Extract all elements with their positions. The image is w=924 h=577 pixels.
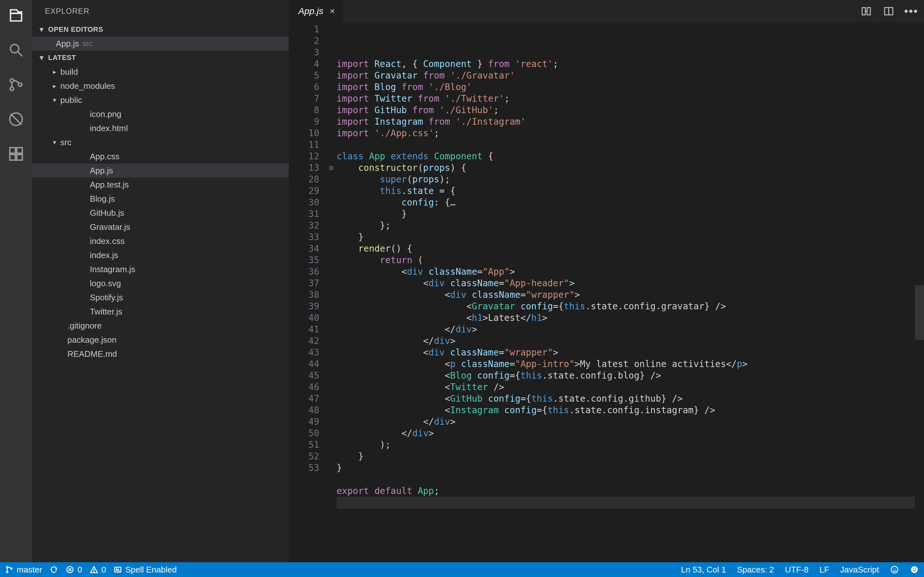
line-number: 52 [289,451,319,462]
chevron-down-icon: ▾ [39,25,45,34]
tree-item-label: README.md [67,349,117,359]
activity-bar [0,0,32,562]
indent-status[interactable]: Spaces: 2 [737,565,774,575]
sync-button[interactable] [50,566,58,574]
svg-line-1 [18,52,23,56]
line-number: 3 [289,47,319,58]
source-control-icon[interactable] [6,75,26,94]
folder-item[interactable]: ▾src [32,135,289,149]
line-number: 44 [289,358,319,370]
svg-rect-9 [17,155,22,160]
tree-item-label: Spotify.js [90,293,123,303]
debug-icon[interactable] [6,110,26,129]
file-item[interactable]: logo.svg [32,276,289,290]
line-number: 2 [289,35,319,47]
fold-cell [326,416,336,428]
minimap-viewport[interactable] [915,285,924,340]
errors-number: 0 [78,565,82,575]
fold-column[interactable]: ⊞ [326,23,336,562]
file-item[interactable]: icon.png [32,107,289,121]
fold-cell [326,116,336,127]
fold-cell [326,81,336,93]
file-item[interactable]: README.md [32,347,289,361]
split-editor-icon[interactable] [882,5,895,18]
svg-rect-8 [10,155,15,160]
more-icon[interactable]: ••• [905,5,918,18]
code-line: <Gravatar config={this.state.config.grav… [336,301,924,312]
eol-status[interactable]: LF [819,565,829,575]
encoding-status[interactable]: UTF-8 [785,565,809,575]
explorer-icon[interactable] [6,6,26,25]
code-line: <p className="App-intro">My latest onlin… [336,358,924,370]
line-number: 49 [289,416,319,428]
warnings-number: 0 [102,565,106,575]
code-line: } [336,462,924,474]
feedback-icon[interactable] [890,565,899,574]
line-number: 4 [289,58,319,70]
file-item[interactable]: GitHub.js [32,206,289,220]
line-number: 45 [289,370,319,382]
chevron-right-icon: ▸ [51,68,58,76]
fold-cell [326,266,336,277]
open-editors-header[interactable]: ▾ OPEN EDITORS [32,23,289,37]
tab-app-js[interactable]: App.js × [289,0,344,23]
fold-cell[interactable]: ⊞ [326,162,336,174]
file-item[interactable]: index.css [32,234,289,248]
folder-item[interactable]: ▾public [32,93,289,107]
file-item[interactable]: package.json [32,333,289,347]
gutter: 1234567891011121328293031323334353637383… [289,23,326,562]
code-area[interactable]: import React, { Component } from 'react'… [336,23,924,562]
minimap[interactable] [915,23,924,562]
search-icon[interactable] [6,40,26,60]
workspace-header[interactable]: ▾ LATEST [32,51,289,65]
file-item[interactable]: App.test.js [32,177,289,192]
code-line: <h1>Latest</h1> [336,312,924,324]
code-line: import Blog from './Blog' [336,81,924,93]
code-line: </div> [336,324,924,335]
notifications-icon[interactable] [910,565,919,574]
tree-item-label: build [60,67,78,77]
branch-name: master [17,565,42,575]
fold-cell [326,105,336,116]
folder-item[interactable]: ▸build [32,65,289,79]
code-line: <div className="App"> [336,266,924,277]
file-item[interactable]: Twitter.js [32,305,289,319]
file-item[interactable]: index.html [32,121,289,135]
fold-cell [326,370,336,382]
file-item[interactable]: index.js [32,248,289,262]
file-item[interactable]: Instagram.js [32,262,289,276]
line-number: 37 [289,277,319,289]
file-item[interactable]: App.css [32,149,289,163]
folder-item[interactable]: ▸node_modules [32,79,289,93]
file-item[interactable]: .gitignore [32,319,289,333]
fold-cell [326,451,336,462]
line-number: 36 [289,266,319,277]
extensions-icon[interactable] [6,144,26,163]
line-number: 40 [289,312,319,324]
line-number: 42 [289,335,319,347]
open-editor-item[interactable]: App.jssrc [32,37,289,51]
code-editor[interactable]: 1234567891011121328293031323334353637383… [289,23,924,562]
file-item[interactable]: Spotify.js [32,290,289,305]
cursor-position[interactable]: Ln 53, Col 1 [681,565,726,575]
language-status[interactable]: JavaScript [840,565,879,575]
line-number: 10 [289,127,319,139]
compare-icon[interactable] [860,5,873,18]
file-item[interactable]: Gravatar.js [32,220,289,234]
line-number: 9 [289,116,319,127]
tree-item-label: index.html [90,123,128,133]
line-number: 41 [289,324,319,335]
file-item[interactable]: App.js [32,163,289,177]
errors-count[interactable]: 0 [66,565,82,575]
svg-rect-20 [115,567,121,572]
close-icon[interactable]: × [330,6,335,16]
code-line: import Twitter from './Twitter'; [336,93,924,105]
line-number: 38 [289,289,319,301]
chevron-right-icon: ▸ [51,82,58,90]
warnings-count[interactable]: 0 [90,565,106,575]
spell-status[interactable]: Spell Enabled [113,565,176,575]
fold-cell [326,462,336,474]
file-item[interactable]: Blog.js [32,192,289,206]
chevron-down-icon: ▾ [51,96,58,104]
git-branch[interactable]: master [5,565,42,575]
